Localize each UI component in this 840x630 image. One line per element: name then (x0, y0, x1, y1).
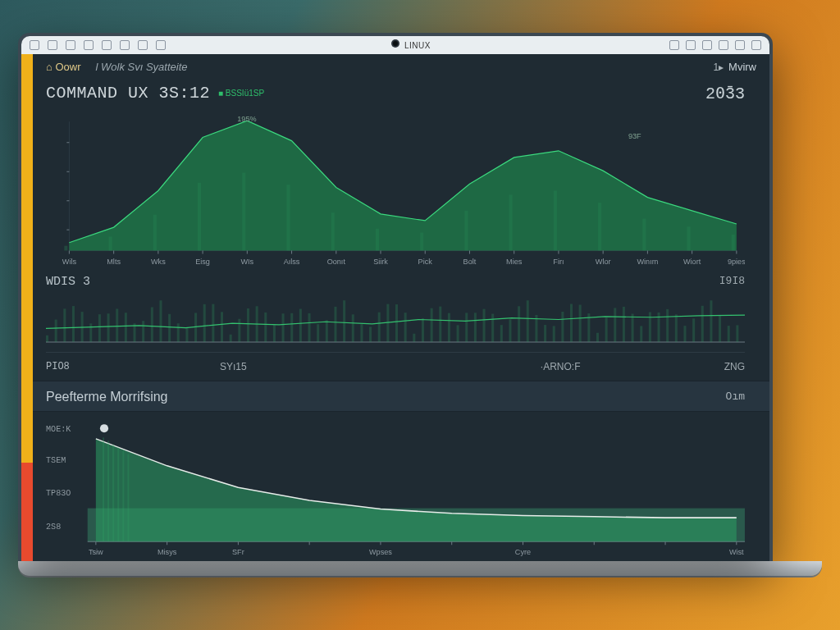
svg-rect-106 (491, 313, 494, 341)
svg-rect-127 (675, 314, 678, 342)
panel2-footer-mid: SYı15 (220, 361, 247, 372)
svg-rect-115 (570, 304, 573, 341)
svg-rect-143 (122, 450, 124, 541)
svg-rect-103 (465, 313, 468, 342)
code-icon[interactable] (66, 40, 75, 50)
svg-rect-96 (404, 313, 407, 342)
svg-text:Pick: Pick (418, 258, 433, 266)
panel1-value-label: 93F (628, 132, 641, 140)
panel1-status: ■ BSSIü1SP (218, 89, 264, 98)
svg-rect-102 (457, 325, 459, 342)
help-icon[interactable] (669, 40, 679, 50)
bottom-left-label: MOE:K (46, 425, 71, 434)
svg-rect-93 (378, 313, 381, 342)
svg-rect-124 (649, 312, 651, 341)
svg-text:Mies: Mies (506, 258, 523, 266)
svg-rect-130 (701, 306, 704, 342)
topbar-right-num: 1▸ (713, 62, 724, 73)
panel2-footer-mid2: ·ARNO:F (541, 361, 581, 372)
app-topbar: ⌂ Oowr l Wolk Svı Syatteite 1▸ Mvirw (21, 54, 769, 78)
svg-rect-90 (352, 314, 354, 342)
arrow-icon[interactable] (84, 40, 94, 50)
svg-rect-66 (142, 321, 144, 342)
svg-text:Bolt: Bolt (463, 258, 477, 266)
svg-rect-104 (474, 313, 477, 342)
svg-rect-119 (605, 317, 608, 342)
close-icon[interactable] (751, 40, 761, 50)
svg-rect-107 (500, 325, 503, 342)
svg-text:Winım: Winım (637, 258, 658, 266)
list-icon[interactable] (120, 40, 130, 50)
svg-text:Oonıt: Oonıt (327, 258, 346, 266)
svg-rect-118 (596, 333, 599, 342)
panel1-svg: 195% 93F WilsMltsWksEisgWIsAılssOonıtSii… (46, 105, 745, 272)
svg-rect-62 (107, 313, 110, 342)
home-breadcrumb[interactable]: ⌂ Oowr (46, 61, 81, 73)
svg-rect-140 (107, 441, 109, 541)
svg-rect-131 (710, 300, 712, 342)
panel1-chart: 195% 93F WilsMltsWksEisgWIsAılssOonıtSii… (21, 105, 769, 272)
svg-rect-132 (719, 315, 721, 341)
gear-icon[interactable] (102, 40, 112, 50)
svg-rect-89 (343, 300, 345, 342)
panel2-title: WDIS 3 (46, 275, 90, 289)
topbar-right-label[interactable]: Mvirw (728, 61, 756, 73)
panel2-bars (46, 300, 738, 342)
svg-text:Wiort: Wiort (683, 258, 701, 266)
svg-rect-87 (326, 320, 328, 342)
svg-rect-95 (395, 304, 398, 342)
svg-rect-105 (483, 309, 486, 342)
sync-icon[interactable] (702, 40, 712, 50)
svg-rect-126 (666, 309, 669, 342)
copy-icon[interactable] (686, 40, 696, 50)
window-title: LINUX (174, 41, 661, 50)
grid-icon[interactable] (138, 40, 148, 50)
app-body: ⌂ Oowr l Wolk Svı Syatteite 1▸ Mvirw COM… (21, 54, 769, 561)
bottom-right[interactable]: Oım (726, 390, 745, 403)
svg-rect-114 (561, 312, 564, 342)
bottom-header: Peefterme Morrifsing Oım (21, 381, 769, 412)
panel2: WDIS 3 I9I8 PIO8 SYı15 ·ARNO:F ZNG (21, 272, 769, 381)
svg-text:2S8: 2S8 (46, 523, 61, 532)
svg-rect-128 (683, 326, 686, 342)
svg-rect-77 (238, 319, 240, 342)
svg-rect-100 (439, 306, 441, 341)
svg-rect-68 (159, 300, 162, 342)
svg-rect-67 (151, 307, 153, 341)
svg-rect-71 (185, 327, 188, 341)
svg-rect-85 (308, 313, 311, 342)
svg-rect-88 (334, 307, 336, 342)
panel2-footer-right: ZNG (724, 361, 745, 372)
window-icon[interactable] (735, 40, 745, 50)
svg-rect-6 (64, 246, 67, 251)
webcam (393, 41, 398, 46)
bottom-svg: MOE:K TSEMTP83O2S8 TsiwMisysSFrWpsesCyre… (46, 417, 745, 558)
svg-text:Cyre: Cyre (515, 548, 531, 556)
more-icon[interactable] (719, 40, 728, 50)
svg-rect-99 (431, 308, 433, 342)
svg-rect-80 (264, 313, 267, 342)
svg-rect-70 (177, 323, 180, 342)
svg-rect-81 (273, 324, 276, 342)
svg-rect-58 (72, 306, 75, 342)
svg-rect-134 (736, 325, 738, 341)
svg-rect-129 (692, 318, 695, 342)
svg-rect-75 (221, 312, 223, 342)
svg-text:TSEM: TSEM (46, 456, 66, 465)
file-icon[interactable] (156, 40, 166, 50)
svg-text:SFr: SFr (232, 548, 244, 556)
svg-rect-73 (203, 304, 206, 342)
panel1-year: 20̄33 (705, 83, 745, 103)
svg-rect-84 (299, 308, 302, 341)
svg-rect-61 (98, 314, 101, 342)
svg-text:Siirk: Siirk (373, 258, 388, 266)
bottom-legend-dot (100, 424, 108, 432)
svg-text:Firı: Firı (553, 258, 564, 266)
doc-icon[interactable] (48, 40, 57, 50)
menu-icon[interactable] (30, 40, 39, 50)
svg-rect-121 (623, 307, 625, 342)
panel1-header: COMMAND UX 3S:12 ■ BSSIü1SP 20̄33 (21, 78, 769, 105)
panel1-title: COMMAND UX 3S:12 (46, 84, 210, 103)
svg-text:TP83O: TP83O (46, 489, 71, 498)
svg-rect-78 (247, 308, 249, 342)
